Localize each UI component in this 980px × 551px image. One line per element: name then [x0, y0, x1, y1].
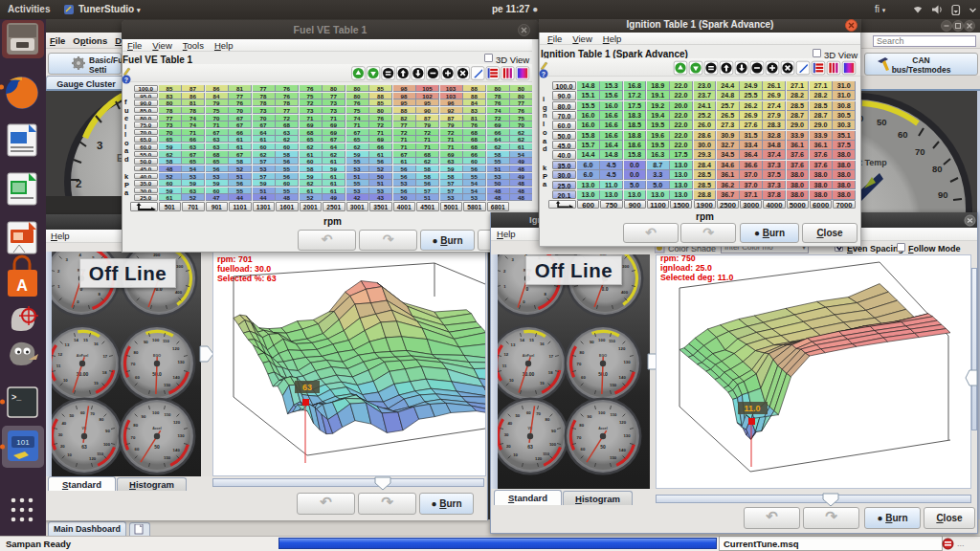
svg-text:A: A [16, 277, 28, 294]
svg-text:t Temp: t Temp [859, 158, 887, 167]
svg-text:?: ? [542, 71, 546, 77]
svg-text:50: 50 [877, 117, 887, 127]
svg-text:90: 90 [938, 189, 948, 200]
svg-text:>_: >_ [11, 392, 22, 402]
svg-text:80: 80 [932, 164, 943, 174]
svg-text:101: 101 [16, 438, 30, 447]
svg-text:60: 60 [898, 129, 908, 140]
svg-text:70: 70 [915, 146, 925, 157]
svg-text:2: 2 [76, 178, 81, 189]
svg-text:3: 3 [97, 140, 102, 151]
